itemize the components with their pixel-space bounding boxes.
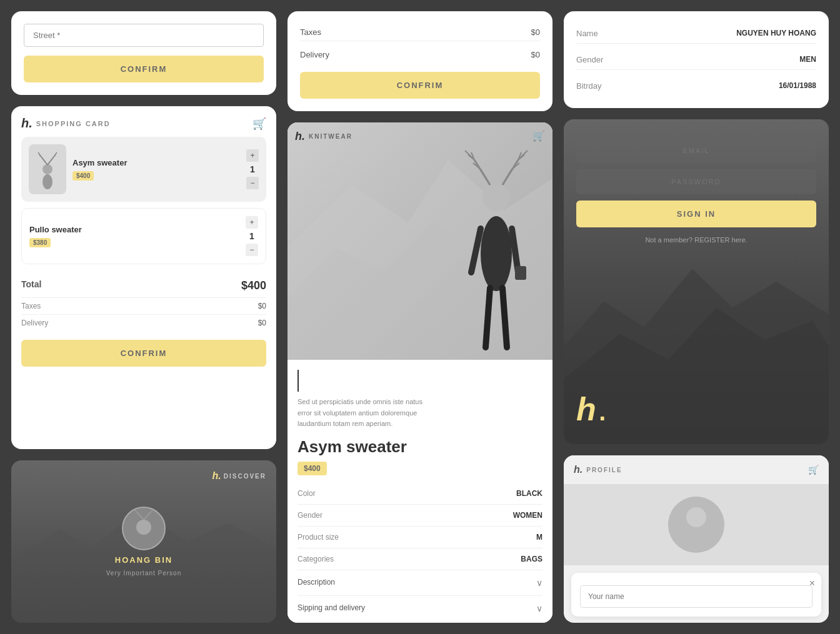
signin-button[interactable]: SIGN IN xyxy=(576,201,816,227)
knitwear-cart-icon[interactable]: 🛒 xyxy=(532,130,545,142)
name-value: NGUYEN HUY HOANG xyxy=(736,29,816,38)
profile-avatar xyxy=(668,497,724,553)
product-2-qty-control: + 1 − xyxy=(246,216,258,256)
shopping-delivery-value: $0 xyxy=(258,319,266,327)
profile-cart-icon[interactable]: 🛒 xyxy=(808,465,819,475)
product-1-image xyxy=(29,144,66,194)
taxes-value: $0 xyxy=(531,27,540,37)
knitwear-description: Sed ut perspiciatis unde omnis iste natu… xyxy=(298,397,435,430)
product-1-name: Asym sweater xyxy=(72,158,240,169)
svg-rect-34 xyxy=(515,266,526,280)
knitwear-card: h. KNITWEAR 🛒 xyxy=(288,122,552,623)
svg-line-13 xyxy=(151,510,154,512)
svg-line-30 xyxy=(471,229,481,272)
knitwear-product-name: Asym sweater xyxy=(298,437,542,457)
summary-confirm-button[interactable]: CONFRIM xyxy=(300,72,540,99)
size-value: M xyxy=(536,533,542,542)
shopping-taxes-value: $0 xyxy=(258,302,266,310)
signin-card: SIGN IN Not a member? REGISTER here. h . xyxy=(564,119,829,444)
shopping-card: h. SHOPPING CARD 🛒 xyxy=(11,106,276,449)
discover-avatar xyxy=(122,507,166,550)
color-label: Color xyxy=(298,489,316,498)
cart-icon[interactable]: 🛒 xyxy=(252,117,266,131)
confirm-button[interactable]: CONFIRM xyxy=(24,56,264,82)
birthday-label: Bitrday xyxy=(576,81,601,91)
return-accordion[interactable]: Return ∨ xyxy=(298,622,542,623)
shipping-accordion[interactable]: Sipping and delivery ∨ xyxy=(298,596,542,622)
brand-logo: h. xyxy=(21,116,32,131)
product-card-1: Asym sweater $400 + 1 − xyxy=(21,137,266,202)
totals-section: Total $400 Taxes $0 Delivery $0 xyxy=(21,274,266,331)
svg-line-11 xyxy=(133,510,137,512)
svg-line-27 xyxy=(502,169,512,185)
shopping-taxes-label: Taxes xyxy=(21,302,41,310)
product-1-price: $400 xyxy=(72,171,94,181)
svg-point-0 xyxy=(42,174,52,189)
svg-line-7 xyxy=(54,155,56,157)
svg-point-1 xyxy=(42,164,52,174)
knitwear-title: KNITWEAR xyxy=(309,133,352,140)
password-input[interactable] xyxy=(576,169,816,194)
birthday-value: 16/01/1988 xyxy=(779,81,816,91)
address-card: CONFIRM xyxy=(11,11,276,95)
qty-plus-1[interactable]: + xyxy=(246,149,259,162)
profile-title: PROFILE xyxy=(586,467,622,473)
your-name-input[interactable] xyxy=(580,585,812,608)
email-input[interactable] xyxy=(576,138,816,163)
delivery-value: $0 xyxy=(531,50,540,59)
gender-label: Gender xyxy=(298,511,322,520)
qty-1: 1 xyxy=(250,164,255,174)
shopping-confirm-button[interactable]: CONFRIM xyxy=(21,340,266,367)
dialog-close-button[interactable]: × xyxy=(809,578,815,589)
categories-value: BAGS xyxy=(521,555,542,563)
svg-point-45 xyxy=(686,507,706,527)
svg-line-33 xyxy=(502,288,507,347)
name-label: Name xyxy=(576,29,598,38)
svg-line-4 xyxy=(39,155,41,157)
shopping-title: SHOPPING CARD xyxy=(36,120,111,127)
total-label: Total xyxy=(21,279,41,292)
gender-profile-value: MEN xyxy=(799,55,816,64)
qty-minus-2[interactable]: − xyxy=(246,244,258,256)
signin-brand-logo: h . xyxy=(576,393,606,425)
deer-figure-1 xyxy=(35,147,60,191)
product-2-name: Pullo sweater xyxy=(29,225,239,235)
qty-minus-1[interactable]: − xyxy=(246,177,259,189)
taxes-label: Taxes xyxy=(300,27,321,37)
svg-line-10 xyxy=(137,512,144,520)
gender-value: WOMEN xyxy=(513,511,542,520)
qty-2: 1 xyxy=(249,231,254,241)
svg-line-5 xyxy=(48,157,54,165)
summary-card: Taxes $0 Delivery $0 CONFRIM xyxy=(288,11,552,111)
svg-line-2 xyxy=(41,157,48,165)
product-1-qty-control: + 1 − xyxy=(246,149,259,189)
svg-point-9 xyxy=(136,520,151,535)
discover-avatar-figure xyxy=(128,510,159,547)
product-card-2: Pullo sweater $380 + 1 − xyxy=(21,208,266,264)
profile-card: h. PROFILE 🛒 × xyxy=(564,455,829,623)
categories-label: Categories xyxy=(298,555,334,563)
discover-title: DISCOVER xyxy=(224,473,266,480)
svg-line-21 xyxy=(481,169,490,185)
street-input[interactable] xyxy=(24,24,264,47)
profile-info-card: Name NGUYEN HUY HOANG Gender MEN Bitrday… xyxy=(564,11,829,108)
knitwear-price: $400 xyxy=(298,462,327,475)
discover-user-name: HOANG BIN xyxy=(115,555,172,565)
delivery-label: Delivery xyxy=(300,50,329,59)
color-value: BLACK xyxy=(516,489,542,498)
svg-point-16 xyxy=(482,184,510,211)
qty-plus-2[interactable]: + xyxy=(246,216,258,229)
description-accordion[interactable]: Description ∨ xyxy=(298,570,542,596)
svg-point-29 xyxy=(481,216,512,291)
discover-card: h. DISCOVER HOANG BIN Very Important Per… xyxy=(11,460,276,623)
discover-brand-badge: h. DISCOVER xyxy=(212,470,266,482)
product-2-info: Pullo sweater $380 xyxy=(29,225,239,247)
total-value: $400 xyxy=(241,279,266,292)
gender-profile-label: Gender xyxy=(576,55,603,64)
product-2-price: $380 xyxy=(29,238,51,247)
svg-line-32 xyxy=(486,288,490,347)
profile-avatar-figure xyxy=(678,500,715,550)
discover-user-title: Very Important Person xyxy=(106,570,182,577)
shopping-delivery-label: Delivery xyxy=(21,319,48,327)
register-text: Not a member? REGISTER here. xyxy=(576,236,816,244)
